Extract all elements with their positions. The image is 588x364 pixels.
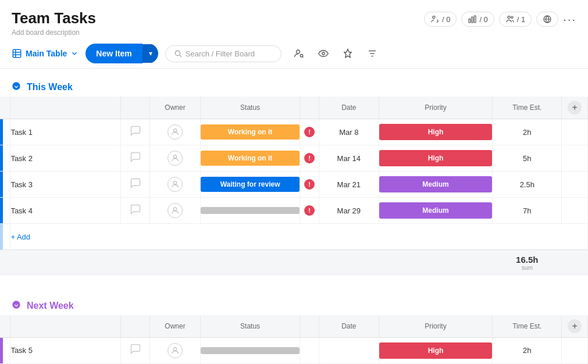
more-button[interactable]: ··· — [563, 13, 576, 26]
add-task-row-thisweek[interactable]: + Add — [0, 224, 588, 250]
badge-activity[interactable]: / 0 — [461, 12, 494, 27]
col-add-nw[interactable]: + — [562, 315, 588, 338]
task-name-3[interactable]: Task 3 — [10, 172, 121, 198]
svg-point-25 — [12, 301, 20, 308]
task-status-2[interactable]: Working on it — [200, 145, 300, 172]
header-right: / 0 / 0 / 1 ··· — [424, 12, 576, 27]
table-row: Task 5 — [0, 337, 588, 363]
add-task-label[interactable]: + Add — [10, 224, 588, 250]
col-add-header[interactable]: + — [562, 97, 588, 119]
svg-point-5 — [511, 16, 513, 18]
add-bar — [0, 224, 10, 250]
add-column-button[interactable]: + — [568, 101, 582, 115]
task-time-2: 5h — [493, 145, 562, 172]
svg-rect-2 — [472, 17, 473, 23]
eye-button[interactable] — [315, 45, 332, 62]
person-search-button[interactable] — [291, 45, 307, 62]
task-exclaim-1: ! — [300, 119, 319, 145]
task-extra-3 — [562, 172, 588, 198]
col-task-name-nw — [10, 315, 121, 338]
status-badge: Waiting for review — [201, 177, 300, 192]
svg-point-11 — [175, 51, 180, 55]
task-owner-2[interactable] — [150, 145, 201, 172]
svg-rect-7 — [13, 49, 21, 58]
col-comment-nw — [121, 315, 150, 338]
priority-badge: High — [379, 150, 492, 166]
avatar — [168, 343, 183, 358]
filter-button[interactable] — [364, 45, 380, 62]
svg-point-24 — [173, 208, 176, 210]
col-owner-nw: Owner — [150, 315, 201, 338]
alert-icon: ! — [304, 153, 315, 163]
priority-badge: High — [379, 124, 492, 140]
svg-line-12 — [179, 55, 181, 57]
task-comment-2[interactable] — [121, 145, 150, 172]
status-badge — [201, 207, 300, 214]
task-owner-5[interactable] — [150, 337, 201, 363]
col-status-nw: Status — [200, 315, 300, 338]
new-item-main-button[interactable]: New Item — [85, 44, 142, 63]
alert-icon: ! — [304, 205, 315, 216]
task-exclaim-2: ! — [300, 145, 319, 172]
task-status-3[interactable]: Waiting for review — [200, 172, 300, 198]
people-icon — [505, 15, 515, 24]
task-status-5[interactable] — [200, 337, 300, 363]
add-column-button-nw[interactable]: + — [568, 319, 582, 333]
task-exclaim-4: ! — [300, 198, 319, 224]
task-status-1[interactable]: Working on it — [200, 119, 300, 145]
main-table-button[interactable]: Main Table — [12, 48, 79, 59]
row-bar-2 — [0, 145, 10, 172]
avatar — [168, 124, 183, 140]
task-name-5[interactable]: Task 5 — [10, 337, 121, 363]
task-owner-4[interactable] — [150, 198, 201, 224]
sum-extra — [562, 250, 588, 276]
task-comment-3[interactable] — [121, 172, 150, 198]
search-box[interactable]: Search / Filter Board — [165, 45, 281, 62]
new-item-dropdown-button[interactable]: ▾ — [142, 44, 158, 63]
toolbar-icons — [291, 45, 380, 62]
task-comment-4[interactable] — [121, 198, 150, 224]
search-icon — [174, 49, 182, 58]
group-next-week: Next Week — [0, 297, 588, 365]
group-toggle-thisweek[interactable] — [12, 81, 21, 93]
col-date-nw: Date — [319, 315, 379, 338]
group-toggle-nextweek[interactable] — [12, 300, 21, 312]
badge2-count: / 0 — [479, 15, 487, 24]
sum-label: sum — [493, 265, 562, 271]
group-spacer — [0, 287, 588, 297]
badge-invite[interactable]: / 0 — [424, 12, 457, 27]
table-row: Task 1 Working on it — [0, 119, 588, 145]
task-name-1[interactable]: Task 1 — [10, 119, 121, 145]
task-priority-5[interactable]: High — [379, 337, 492, 363]
task-owner-3[interactable] — [150, 172, 201, 198]
priority-badge: High — [379, 342, 492, 359]
svg-rect-1 — [469, 19, 471, 23]
globe-button[interactable] — [536, 12, 558, 27]
task-priority-4[interactable]: Medium — [379, 198, 492, 224]
task-time-4: 7h — [493, 198, 562, 224]
task-comment-5[interactable] — [121, 337, 150, 363]
board-content: This Week — [0, 69, 588, 364]
pin-button[interactable] — [340, 45, 356, 62]
task-status-4[interactable] — [200, 198, 300, 224]
task-name-2[interactable]: Task 2 — [10, 145, 121, 172]
new-item-button-group: New Item ▾ — [85, 44, 158, 63]
svg-point-0 — [433, 16, 435, 19]
task-comment-1[interactable] — [121, 119, 150, 145]
task-name-4[interactable]: Task 4 — [10, 198, 121, 224]
task-date-1: Mar 8 — [319, 119, 379, 145]
task-priority-2[interactable]: High — [379, 145, 492, 172]
badge1-count: / 0 — [442, 15, 450, 24]
col-comment-header — [121, 97, 150, 119]
header: Team Tasks Add board description / 0 / 0… — [0, 0, 588, 39]
task-priority-3[interactable]: Medium — [379, 172, 492, 198]
avatar — [168, 177, 183, 192]
task-extra-5 — [562, 337, 588, 363]
task-priority-1[interactable]: High — [379, 119, 492, 145]
avatar — [168, 203, 183, 218]
badge-members[interactable]: / 1 — [499, 12, 532, 27]
priority-badge: Medium — [379, 202, 492, 219]
task-exclaim-3: ! — [300, 172, 319, 198]
task-owner-1[interactable] — [150, 119, 201, 145]
group-this-week-header: This Week — [0, 78, 588, 97]
